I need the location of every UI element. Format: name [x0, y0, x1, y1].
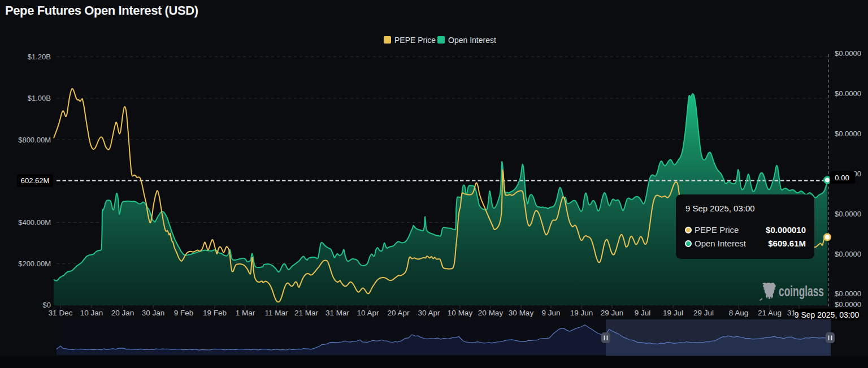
- svg-text:$1.00B: $1.00B: [28, 94, 51, 102]
- svg-text:$0.0000: $0.0000: [835, 89, 861, 98]
- svg-text:20 Apr: 20 Apr: [387, 309, 410, 317]
- svg-text:Open Interest: Open Interest: [448, 36, 496, 45]
- svg-text:30 May: 30 May: [509, 309, 534, 317]
- svg-text:$0.0000: $0.0000: [835, 129, 861, 138]
- svg-text:$0.0000: $0.0000: [835, 300, 861, 309]
- svg-text:9 Sep 2025, 03:00: 9 Sep 2025, 03:00: [795, 310, 860, 319]
- svg-text:31 Dec: 31 Dec: [49, 309, 73, 317]
- svg-text:$0.0000: $0.0000: [835, 49, 861, 58]
- svg-text:10 Apr: 10 Apr: [357, 309, 379, 317]
- svg-text:coinglass: coinglass: [779, 283, 824, 299]
- svg-text:29 Jul: 29 Jul: [693, 309, 714, 317]
- svg-text:20 Jan: 20 Jan: [111, 309, 134, 317]
- svg-text:30 Apr: 30 Apr: [418, 309, 440, 317]
- svg-text:29 Jun: 29 Jun: [601, 309, 624, 317]
- svg-text:PEPE Price: PEPE Price: [394, 36, 436, 45]
- svg-text:9 Jun: 9 Jun: [541, 309, 560, 317]
- svg-text:10 May: 10 May: [448, 309, 473, 317]
- svg-text:11 Mar: 11 Mar: [264, 309, 288, 317]
- svg-text:19 Jul: 19 Jul: [663, 309, 683, 317]
- svg-text:$400.00M: $400.00M: [18, 218, 51, 227]
- svg-text:30 Jan: 30 Jan: [142, 309, 165, 317]
- svg-text:Pepe Futures Open Interest (US: Pepe Futures Open Interest (USD): [5, 3, 198, 18]
- svg-text:1 Mar: 1 Mar: [236, 309, 255, 317]
- svg-text:9 Sep 2025, 03:00: 9 Sep 2025, 03:00: [685, 204, 755, 213]
- svg-text:20 May: 20 May: [478, 309, 504, 317]
- svg-text:9 Feb: 9 Feb: [174, 309, 194, 317]
- svg-text:10 Jan: 10 Jan: [80, 309, 103, 317]
- svg-text:19 Jun: 19 Jun: [570, 309, 593, 317]
- svg-text:9 Jul: 9 Jul: [635, 309, 651, 317]
- svg-text:$200.00M: $200.00M: [18, 259, 51, 268]
- svg-text:$800.00M: $800.00M: [18, 136, 51, 144]
- svg-text:21 Mar: 21 Mar: [294, 309, 319, 317]
- svg-text:$0.0000: $0.0000: [835, 210, 861, 218]
- svg-text:8 Aug: 8 Aug: [729, 309, 749, 317]
- svg-text:$0.0000: $0.0000: [835, 250, 861, 258]
- svg-text:$1.20B: $1.20B: [28, 53, 51, 61]
- svg-text:Open Interest: Open Interest: [695, 239, 747, 248]
- svg-text:$609.61M: $609.61M: [768, 239, 806, 248]
- svg-text:$0.0000: $0.0000: [835, 289, 861, 298]
- svg-text:602.62M: 602.62M: [21, 176, 50, 185]
- svg-text:$0.000010: $0.000010: [766, 225, 806, 235]
- svg-text:PEPE Price: PEPE Price: [695, 225, 739, 235]
- svg-text:0.00: 0.00: [835, 174, 849, 182]
- svg-text:31 Mar: 31 Mar: [326, 309, 350, 317]
- svg-text:19 Feb: 19 Feb: [203, 309, 227, 317]
- svg-text:21 Aug: 21 Aug: [758, 309, 782, 317]
